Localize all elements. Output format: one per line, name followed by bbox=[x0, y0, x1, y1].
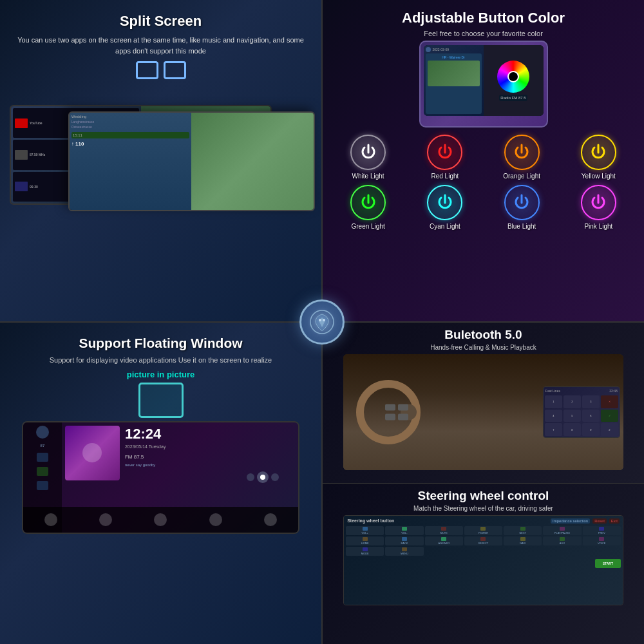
sw-cell-menu[interactable]: MENU bbox=[385, 547, 423, 556]
device-preview: 2022-03-09 HR - Wairere Dr Radio FM 87.5 bbox=[419, 41, 548, 128]
center-logo bbox=[299, 299, 345, 345]
sw-impedance-select[interactable]: Impedance selection bbox=[551, 518, 590, 524]
sw-cell-vol-[interactable]: VOL- bbox=[385, 526, 423, 535]
svg-point-1 bbox=[319, 319, 321, 321]
album-art-circle bbox=[82, 443, 102, 462]
bottom-nav-chrome[interactable] bbox=[209, 513, 222, 526]
sw-cell-label-10: REJECT bbox=[478, 542, 489, 545]
sf-nav-text: Wedding bbox=[71, 115, 190, 118]
steering-title: Steering wheel control bbox=[328, 489, 639, 503]
light-btn-red-light[interactable]: Red Light bbox=[409, 135, 480, 180]
sw-cell-navi[interactable]: NAVI bbox=[504, 536, 542, 545]
light-label-light-blue: Blue Light bbox=[507, 223, 536, 230]
sw-cell-icon-10 bbox=[480, 537, 486, 541]
bottom-nav-video[interactable] bbox=[99, 513, 112, 526]
button-color-subtitle: Feel free to choose your favorite color bbox=[329, 30, 638, 37]
sw-cell-icon-4 bbox=[520, 527, 526, 531]
light-icon-light-green bbox=[350, 185, 386, 220]
sf-time: 15:11 bbox=[71, 132, 190, 138]
bl-radio-info: FM 87.5 bbox=[125, 454, 229, 460]
pip-box-icon bbox=[138, 383, 184, 418]
light-btn-orange-light[interactable]: Orange Light bbox=[486, 135, 558, 180]
sw-cell-mute[interactable]: MUTE bbox=[425, 526, 463, 535]
sw-cell-aux[interactable]: AUX bbox=[543, 536, 581, 545]
split-boxes-icon bbox=[136, 61, 186, 79]
steering-control-buttons bbox=[385, 404, 408, 421]
sw-cell-vol-[interactable]: VOL+ bbox=[346, 526, 384, 535]
sw-start-button[interactable]: START bbox=[595, 559, 621, 568]
bluetooth-subtitle: Hands-free Calling & Music Playback bbox=[328, 344, 639, 351]
light-icon-light-cyan bbox=[427, 185, 462, 220]
device-radio-text: Radio FM 87.5 bbox=[500, 96, 526, 100]
light-btn-green-light[interactable]: Green Light bbox=[332, 185, 404, 230]
mini-app-text-1: YouTube bbox=[30, 121, 43, 125]
light-btn-cyan-light[interactable]: Cyan Light bbox=[409, 185, 480, 230]
light-btn-yellow-light[interactable]: Yellow Light bbox=[563, 135, 634, 180]
sw-cell-power[interactable]: POWER bbox=[464, 526, 502, 535]
bl-date-display: 2023/05/14 Tuesday bbox=[125, 444, 229, 449]
light-label-light-pink: Pink Light bbox=[584, 223, 612, 230]
split-screen-title: Split Screen bbox=[0, 13, 321, 30]
pip-highlight-text: picture in picture bbox=[0, 370, 321, 379]
light-btn-blue-light[interactable]: Blue Light bbox=[486, 185, 558, 230]
prev-btn[interactable] bbox=[247, 473, 254, 481]
sw-cell-voice[interactable]: VOICE bbox=[583, 536, 621, 545]
sw-cell-back[interactable]: BACK bbox=[385, 536, 423, 545]
cs-btn-3: 3 bbox=[582, 395, 600, 408]
sw-btn-2 bbox=[398, 404, 408, 411]
sw-exit-btn[interactable]: Exit bbox=[609, 518, 620, 524]
cs-row-3: 7 8 9 # bbox=[545, 423, 618, 436]
sw-cell-label-6: PREV bbox=[598, 531, 605, 535]
bottom-nav-theme[interactable] bbox=[154, 513, 167, 526]
bottom-nav-bar bbox=[23, 507, 298, 533]
steering-scene: Fast Lines 22:43 1 2 3 ✕ bbox=[343, 354, 623, 470]
sidebar-icon-3 bbox=[37, 467, 48, 476]
sw-cell-icon-5 bbox=[560, 527, 565, 531]
cs-btn-2: 2 bbox=[564, 395, 581, 408]
cs-btn-hash: # bbox=[601, 423, 618, 436]
sw-cell-home[interactable]: HOME bbox=[346, 536, 384, 545]
light-btn-pink-light[interactable]: Pink Light bbox=[563, 185, 634, 230]
device-map-route: HR - Wairere Dr bbox=[428, 55, 480, 59]
sw-cell-label-12: AUX bbox=[560, 542, 565, 545]
next-btn[interactable] bbox=[271, 473, 279, 481]
steering-control-section: Steering wheel control Match the Steerin… bbox=[323, 484, 644, 645]
device-map-visual bbox=[428, 61, 480, 86]
cs-btn-1: 1 bbox=[545, 395, 562, 408]
sw-cell-label-9: ANSWER bbox=[438, 542, 450, 545]
play-btn[interactable] bbox=[257, 471, 269, 483]
sw-cell-label-4: NEXT bbox=[519, 531, 526, 535]
bottom-nav-files[interactable] bbox=[44, 513, 57, 526]
sw-cell-label-15: MENU bbox=[401, 552, 408, 555]
bottom-nav-google[interactable] bbox=[264, 513, 277, 526]
device-preview-container: 2022-03-09 HR - Wairere Dr Radio FM 87.5 bbox=[323, 41, 644, 128]
floating-device-container: 87 12:24 2023/05/14 Tuesd bbox=[6, 421, 315, 534]
sw-cell-next[interactable]: NEXT bbox=[504, 526, 542, 535]
car-screen-header: Fast Lines 22:43 bbox=[545, 388, 618, 393]
sw-cell-prev[interactable]: PREV bbox=[583, 526, 621, 535]
sw-cell-mode[interactable]: MODE bbox=[346, 547, 384, 556]
steering-screen-container: Steering wheel button Impedance selectio… bbox=[328, 515, 639, 605]
sw-cell-play-pause[interactable]: PLAY/PAUSE bbox=[543, 526, 581, 535]
app3-thumb bbox=[15, 182, 28, 191]
svg-point-2 bbox=[323, 319, 325, 321]
sw-header-actions: Impedance selection Reset Exit bbox=[551, 518, 620, 524]
light-btn-white-light[interactable]: White Light bbox=[332, 135, 404, 180]
light-label-light-yellow: Yellow Light bbox=[582, 173, 616, 180]
screen-front-device: Wedding Langhanstrasse Ostseestrasse 15:… bbox=[68, 111, 315, 211]
sw-cell-icon-7 bbox=[363, 537, 368, 541]
bluetooth-section: Buletooth 5.0 Hands-free Calling & Music… bbox=[323, 323, 644, 484]
screen-front-inner: Wedding Langhanstrasse Ostseestrasse 15:… bbox=[70, 113, 314, 210]
cs-btn-6: 6 bbox=[582, 410, 600, 422]
light-label-light-orange: Orange Light bbox=[503, 173, 540, 180]
sidebar-icon-4 bbox=[37, 481, 48, 490]
sw-cell-reject[interactable]: REJECT bbox=[464, 536, 502, 545]
sw-cell-icon-9 bbox=[441, 537, 446, 541]
sw-reset-btn[interactable]: Reset bbox=[592, 518, 607, 524]
floating-window-subtitle: Support for displaying video application… bbox=[10, 355, 312, 366]
sw-cell-icon-12 bbox=[560, 537, 565, 541]
light-label-light-cyan: Cyan Light bbox=[430, 223, 460, 230]
sw-cell-answer[interactable]: ANSWER bbox=[425, 536, 463, 545]
sf-right-map bbox=[191, 113, 314, 210]
car-interior-display: Fast Lines 22:43 1 2 3 ✕ bbox=[343, 354, 623, 470]
